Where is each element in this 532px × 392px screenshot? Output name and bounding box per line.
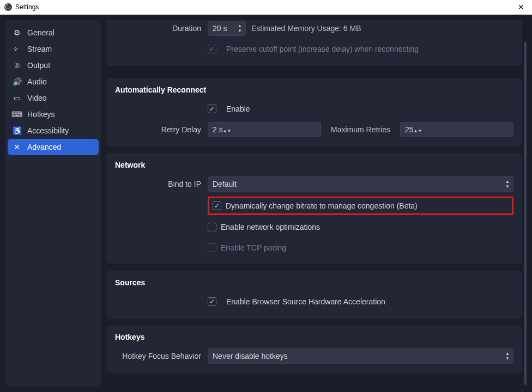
sidebar-item-advanced[interactable]: ✕ Advanced <box>8 139 99 155</box>
select-caret-icon: ▲▼ <box>504 179 511 189</box>
sidebar-item-general[interactable]: ⚙ General <box>5 24 101 41</box>
hotkeys-title: Hotkeys <box>115 333 513 341</box>
bind-ip-value: Default <box>213 180 237 188</box>
browser-hw-label: Enable Browser Source Hardware Accelerat… <box>226 297 385 306</box>
retry-delay-label: Retry Delay <box>115 125 208 134</box>
sidebar-item-label: Stream <box>27 45 52 53</box>
accessibility-icon: ♿ <box>12 126 22 135</box>
sidebar-item-label: Accessibility <box>27 126 69 135</box>
dynamic-bitrate-label: Dynamically change bitrate to manage con… <box>226 201 418 210</box>
duration-label: Duration <box>115 24 208 33</box>
sidebar-item-video[interactable]: ▭ Video <box>5 90 101 106</box>
dynamic-bitrate-checkbox[interactable] <box>213 201 221 210</box>
gear-icon: ⚙ <box>12 28 22 37</box>
hotkey-focus-label: Hotkey Focus Behavior <box>115 352 208 360</box>
sidebar-item-label: Advanced <box>27 143 61 151</box>
scrollbar-thumb[interactable] <box>524 42 527 385</box>
network-title: Network <box>115 161 513 169</box>
tcp-pacing-label: Enable TCP pacing <box>221 243 286 252</box>
sidebar-item-label: Video <box>27 94 47 102</box>
auto-reconnect-title: Automatically Reconnect <box>115 85 513 94</box>
app-body: ⚙ General ᯤ Stream ⎚ Output 🔊 Audio ▭ Vi… <box>0 15 532 392</box>
speaker-icon: 🔊 <box>12 77 22 86</box>
monitor-icon: ▭ <box>12 94 22 102</box>
retry-delay-value: 2 s <box>213 125 223 134</box>
hotkey-focus-select[interactable]: Never disable hotkeys ▲▼ <box>208 348 513 364</box>
bind-ip-select[interactable]: Default ▲▼ <box>208 176 513 192</box>
output-icon: ⎚ <box>12 61 22 70</box>
title-bar: Settings ✕ <box>0 0 532 15</box>
sidebar-item-hotkeys[interactable]: ⌨ Hotkeys <box>5 106 101 122</box>
network-group: Network Bind to IP Default ▲▼ Dyna <box>106 153 522 264</box>
sidebar-item-accessibility[interactable]: ♿ Accessibility <box>5 122 101 139</box>
keyboard-icon: ⌨ <box>12 110 22 119</box>
sidebar-item-label: General <box>27 28 55 37</box>
preserve-cutoff-label: Preserve cutoff point (increase delay) w… <box>226 45 419 53</box>
app-icon <box>4 3 12 11</box>
duration-input[interactable]: 20 s ▲▼ <box>208 21 246 36</box>
dynamic-bitrate-highlight: Dynamically change bitrate to manage con… <box>208 197 513 215</box>
reconnect-enable-checkbox[interactable] <box>208 105 216 113</box>
sidebar-item-stream[interactable]: ᯤ Stream <box>5 41 101 57</box>
antenna-icon: ᯤ <box>12 45 22 53</box>
tools-icon: ✕ <box>12 143 22 151</box>
sidebar-item-label: Audio <box>27 77 47 86</box>
network-optimizations-checkbox[interactable] <box>208 223 216 231</box>
auto-reconnect-group: Automatically Reconnect Enable Retry Del… <box>106 78 522 146</box>
max-retries-input[interactable]: 25 ▲▼ <box>400 122 513 137</box>
close-button[interactable]: ✕ <box>515 2 528 13</box>
retry-delay-stepper[interactable]: ▲▼ <box>223 125 232 134</box>
sidebar-item-label: Hotkeys <box>27 110 55 119</box>
browser-hw-checkbox[interactable] <box>208 297 216 306</box>
stream-delay-group: Duration 20 s ▲▼ Estimated Memory Usage:… <box>106 20 522 66</box>
sidebar-item-output[interactable]: ⎚ Output <box>5 57 101 74</box>
sources-group: Sources Enable Browser Source Hardware A… <box>106 271 522 318</box>
reconnect-enable-label: Enable <box>226 105 250 113</box>
bind-ip-label: Bind to IP <box>115 180 208 188</box>
retry-delay-input[interactable]: 2 s ▲▼ <box>208 122 321 137</box>
network-optimizations-label: Enable network optimizations <box>221 223 320 231</box>
preserve-cutoff-checkbox <box>208 45 216 53</box>
sidebar-item-audio[interactable]: 🔊 Audio <box>5 74 101 90</box>
settings-sidebar: ⚙ General ᯤ Stream ⎚ Output 🔊 Audio ▭ Vi… <box>5 20 101 387</box>
max-retries-stepper[interactable]: ▲▼ <box>414 125 422 134</box>
select-caret-icon: ▲▼ <box>504 351 511 362</box>
duration-stepper[interactable]: ▲▼ <box>236 23 244 34</box>
memory-estimate-text: Estimated Memory Usage: 6 MB <box>251 24 361 33</box>
tcp-pacing-checkbox <box>208 243 216 252</box>
hotkeys-group: Hotkeys Hotkey Focus Behavior Never disa… <box>106 325 522 373</box>
settings-content: Duration 20 s ▲▼ Estimated Memory Usage:… <box>101 20 527 387</box>
sidebar-item-label: Output <box>27 61 50 70</box>
window-title: Settings <box>15 3 39 11</box>
max-retries-value: 25 <box>405 125 414 134</box>
hotkey-focus-value: Never disable hotkeys <box>213 352 288 360</box>
sources-title: Sources <box>115 278 513 287</box>
duration-value: 20 s <box>213 24 227 33</box>
max-retries-label: Maximum Retries <box>327 125 395 134</box>
